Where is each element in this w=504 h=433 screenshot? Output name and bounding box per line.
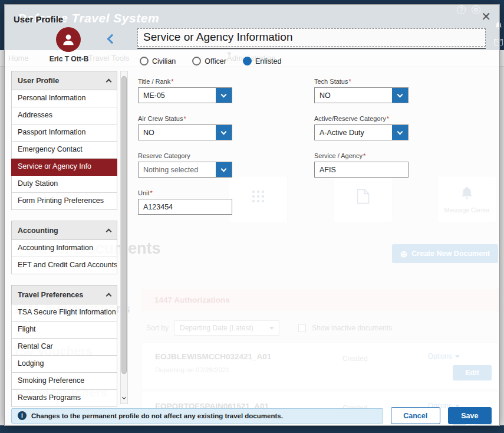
scrollbar-down-arrow[interactable]: [121, 393, 127, 402]
radio-icon: [192, 57, 201, 65]
category-radio-group: Civilian Officer Enlisted: [140, 57, 281, 65]
radio-selected-icon: [243, 57, 252, 65]
info-message: Changes to the permanent profile do not …: [31, 412, 283, 419]
tech-status-select[interactable]: NO: [314, 87, 409, 103]
save-button[interactable]: Save: [448, 407, 492, 424]
sidebar-item-emergency-contact[interactable]: Emergency Contact: [11, 142, 117, 159]
avatar: [56, 27, 81, 52]
scrollbar-thumb[interactable]: [121, 76, 127, 374]
sidebar-section-label: Accounting: [18, 227, 58, 235]
service-agency-input[interactable]: [314, 162, 409, 178]
sidebar-item-accounting-information[interactable]: Accounting Information: [11, 240, 117, 257]
sidebar-item-tsa-secure-flight-information[interactable]: TSA Secure Flight Information: [11, 304, 117, 322]
sidebar-item-addresses[interactable]: Addresses: [11, 107, 117, 124]
sidebar-item-form-printing-preferences[interactable]: Form Printing Preferences: [11, 193, 117, 210]
section-heading-wrap: Service or Agency Information: [137, 28, 486, 49]
sidebar-item-rental-car[interactable]: Rental Car: [11, 339, 117, 356]
sidebar-item-duty-station[interactable]: Duty Station: [11, 176, 117, 193]
sidebar-item-rewards-programs[interactable]: Rewards Programs: [11, 390, 117, 407]
field-title-rank: Title / Rank* ME-05: [138, 78, 314, 104]
select-value: A-Active Duty: [315, 125, 392, 140]
chevron-up-icon: [106, 228, 112, 234]
chevron-down-icon: [216, 125, 232, 140]
field-service-agency: Service / Agency*: [314, 152, 490, 179]
air-crew-status-select[interactable]: NO: [138, 124, 232, 140]
field-label: Service / Agency*: [314, 152, 490, 159]
sidebar-section-accounting[interactable]: Accounting: [11, 221, 117, 240]
radio-officer[interactable]: Officer: [192, 57, 226, 65]
service-agency-form: Title / Rank* ME-05 Tech Status* NO Air …: [138, 71, 492, 216]
close-icon[interactable]: ✕: [481, 11, 491, 22]
sidebar-section-label: User Profile: [18, 77, 59, 85]
sidebar-item-flight[interactable]: Flight: [11, 322, 117, 339]
sidebar-item-passport-information[interactable]: Passport Information: [11, 124, 117, 142]
info-icon: i: [18, 411, 27, 420]
field-label: Air Crew Status*: [138, 115, 314, 122]
info-banner: i Changes to the permanent profile do no…: [11, 408, 383, 424]
chevron-down-icon: [216, 88, 232, 103]
active-reserve-category-select[interactable]: A-Active Duty: [314, 124, 409, 140]
sidebar-section-user-profile[interactable]: User Profile: [11, 71, 117, 90]
modal-title: User Profile: [14, 14, 63, 24]
field-label: Active/Reserve Category*: [314, 115, 490, 122]
field-label: Title / Rank*: [138, 78, 314, 85]
sidebar-item-eft-and-credit-card-accounts[interactable]: EFT and Credit Card Accounts: [11, 257, 117, 274]
modal-footer: i Changes to the permanent profile do no…: [11, 407, 492, 424]
field-label: Reserve Category: [138, 152, 314, 159]
unit-input[interactable]: [138, 199, 232, 215]
field-label: Unit*: [138, 189, 314, 196]
sidebar-section-label: Travel Preferences: [18, 291, 83, 299]
field-active-reserve-category: Active/Reserve Category* A-Active Duty: [314, 115, 490, 142]
reserve-category-select[interactable]: Nothing selected: [138, 162, 232, 178]
sidebar-section-travel-preferences[interactable]: Travel Preferences: [11, 285, 117, 304]
sidebar-item-smoking-preference[interactable]: Smoking Preference: [11, 373, 117, 390]
chevron-up-icon: [106, 293, 112, 298]
user-name: Eric T Ott-B: [36, 55, 102, 63]
field-air-crew-status: Air Crew Status* NO: [138, 115, 314, 142]
sidebar-item-lodging[interactable]: Lodging: [11, 356, 117, 373]
field-reserve-category: Reserve Category Nothing selected: [138, 152, 314, 179]
title-rank-select[interactable]: ME-05: [138, 87, 232, 103]
field-unit: Unit*: [138, 189, 314, 216]
radio-icon: [140, 57, 149, 65]
field-tech-status: Tech Status* NO: [314, 78, 490, 104]
back-button[interactable]: [108, 34, 116, 45]
select-value: NO: [139, 125, 216, 140]
chevron-down-icon: [122, 395, 126, 399]
chevron-left-icon: [107, 34, 117, 44]
chevron-down-icon: [392, 125, 408, 140]
cancel-button[interactable]: Cancel: [391, 407, 440, 424]
chevron-down-icon: [216, 162, 232, 177]
section-heading: Service or Agency Information: [137, 28, 486, 47]
user-profile-modal: User Profile ✕ Eric T Ott-B Service or A…: [4, 4, 500, 426]
radio-civilian[interactable]: Civilian: [140, 57, 176, 65]
sidebar-scrollbar[interactable]: [120, 71, 128, 404]
profile-sidebar: User Profile Personal Information Addres…: [11, 71, 117, 409]
sidebar-item-personal-information[interactable]: Personal Information: [11, 90, 117, 107]
chevron-down-icon: [392, 88, 408, 103]
select-value: NO: [315, 88, 392, 103]
field-label: Tech Status*: [314, 78, 490, 85]
select-value: ME-05: [139, 88, 216, 103]
select-value: Nothing selected: [139, 162, 216, 177]
chevron-up-icon: [106, 78, 112, 84]
radio-enlisted[interactable]: Enlisted: [243, 57, 281, 65]
person-icon: [61, 32, 76, 47]
page-footer: [0, 425, 504, 433]
sidebar-item-service-or-agency-info[interactable]: Service or Agency Info: [11, 159, 117, 176]
